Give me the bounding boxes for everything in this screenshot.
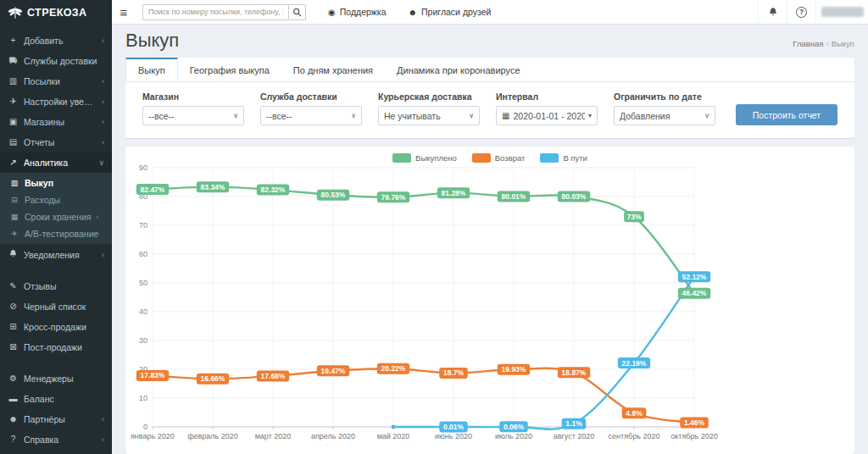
sidebar-item-balance[interactable]: ▬Баланс <box>0 389 112 409</box>
sidebar-item-label: Уведомления <box>24 250 97 260</box>
legend-swatch <box>540 153 559 163</box>
sidebar-item-managers[interactable]: ⚙Менеджеры <box>0 368 112 389</box>
x-axis-label: сентябрь 2020 <box>609 432 660 440</box>
chevron-down-icon: ∨ <box>98 158 104 167</box>
x-axis-label: октябрь 2020 <box>670 432 717 440</box>
user-menu[interactable] <box>815 0 868 24</box>
sidebar-item-label: Настройки уведомлений <box>24 97 97 107</box>
y-tick-label: 30 <box>139 336 147 345</box>
tab-buyout-geography[interactable]: География выкупа <box>178 58 281 81</box>
legend-item[interactable]: В пути <box>540 153 587 163</box>
bell-icon <box>768 7 778 17</box>
sidebar-item-storage-terms[interactable]: ▦Сроки хранения‹ <box>0 208 112 225</box>
hamburger-menu-icon[interactable]: ≡ <box>112 5 136 19</box>
notifications-bell-button[interactable] <box>758 0 787 24</box>
filter-limit-by-date-select[interactable]: Добавления∨ <box>614 106 715 125</box>
paper-plane-icon: ✈ <box>9 230 19 238</box>
sidebar-item-notification-settings[interactable]: ✈Настройки уведомлений‹ <box>0 91 112 112</box>
sidebar-item-expenses[interactable]: ⊟Расходы <box>0 191 112 208</box>
sidebar-item-label: Баланс <box>24 394 104 404</box>
filter-limit-by-date: Ограничить по датеДобавления∨ <box>614 91 715 125</box>
sidebar-item-label: Отзывы <box>24 281 104 291</box>
tab-storage-days[interactable]: По дням хранения <box>281 58 385 81</box>
sidebar-item-shops[interactable]: ▣Магазины‹ <box>0 112 112 132</box>
x-axis-label: февраль 2020 <box>187 432 238 440</box>
filter-courier-delivery-select[interactable]: Не учитывать∨ <box>378 106 480 125</box>
chevron-down-icon: ∨ <box>233 112 238 119</box>
help-button[interactable]: ? <box>787 0 815 24</box>
filter-interval-select[interactable]: ▦2020-01-01 - 2020-10-13▾ <box>496 106 598 125</box>
data-label-text: 19.93% <box>502 365 526 374</box>
support-link[interactable]: ◉ Поддержка <box>328 7 387 17</box>
data-label-text: 20.22% <box>381 364 406 373</box>
support-label: Поддержка <box>340 7 387 17</box>
sidebar-item-reports[interactable]: ▤Отчеты‹ <box>0 132 112 152</box>
filter-value: --все-- <box>266 111 348 121</box>
sidebar-item-label: Черный список <box>24 302 104 312</box>
sidebar-item-add[interactable]: +Добавить‹ <box>0 30 112 51</box>
legend-item[interactable]: Выкуплено <box>392 153 457 163</box>
page-content: Выкуп Главная›Выкуп ВыкупГеография выкуп… <box>112 25 868 454</box>
build-report-button[interactable]: Построить отчет <box>736 104 837 125</box>
data-label-text: 82.47% <box>141 185 165 194</box>
search-button[interactable] <box>288 4 306 20</box>
sidebar-item-delivery-services[interactable]: ⛟Службы доставки <box>0 51 112 71</box>
series-line-0 <box>153 187 694 294</box>
chevron-left-icon: ‹ <box>102 97 104 106</box>
data-label-text: 79.76% <box>381 193 406 202</box>
chart-card: ВыкупленоВозвратВ пути 01020304050607080… <box>125 147 854 454</box>
data-label-text: 22.19% <box>622 359 647 368</box>
bell-icon <box>8 249 19 260</box>
filter-shop-select[interactable]: --все--∨ <box>142 106 244 125</box>
data-label-text: 16.66% <box>201 374 225 383</box>
breadcrumb-current: Выкуп <box>832 39 854 48</box>
data-label-text: 17.83% <box>141 371 165 379</box>
report-settings-card: ВыкупГеография выкупаПо дням храненияДин… <box>125 58 854 138</box>
sidebar-item-cross-sales[interactable]: ⊞Кросс-продажи <box>0 317 112 337</box>
sidebar-item-parcels[interactable]: ▥Посылки‹ <box>0 71 112 91</box>
sidebar-item-blacklist[interactable]: ⊘Черный список <box>0 296 112 317</box>
data-label-text: 0.01% <box>443 423 465 431</box>
filter-delivery-service-select[interactable]: --все--∨ <box>260 106 362 125</box>
invite-friends-label: Пригласи друзей <box>421 7 491 17</box>
data-label-text: 80.01% <box>502 192 526 201</box>
data-label-text: 18.87% <box>562 368 587 377</box>
filter-delivery-service: Служба доставки--все--∨ <box>260 91 362 125</box>
sidebar-item-label: А/В-тестирование <box>25 229 98 239</box>
life-ring-icon: ◉ <box>328 8 336 17</box>
sidebar-item-label: Пост-продажи <box>24 342 104 352</box>
breadcrumb-home-link[interactable]: Главная <box>793 39 823 48</box>
filter-courier-delivery: Курьерская доставкаНе учитывать∨ <box>378 91 480 125</box>
logo[interactable]: СТРЕКОЗА <box>0 0 112 25</box>
invite-friends-link[interactable]: ☻ Пригласи друзей <box>409 7 492 17</box>
filter-label: Магазин <box>142 91 244 102</box>
tab-covid-dynamics[interactable]: Динамика при коронавирусе <box>385 58 531 81</box>
sidebar-item-post-sales[interactable]: ⊠Пост-продажи <box>0 337 112 357</box>
sidebar-item-ab-testing[interactable]: ✈А/В-тестирование <box>0 225 112 242</box>
sidebar-item-buyout[interactable]: ▥Выкуп <box>0 174 112 191</box>
sidebar-item-label: Добавить <box>24 36 97 46</box>
tab-buyout[interactable]: Выкуп <box>125 58 178 81</box>
sidebar-item-notifications[interactable]: Уведомления‹ <box>0 244 112 265</box>
cart-icon: ⊞ <box>8 323 19 331</box>
sidebar-item-reviews[interactable]: ✎Отзывы <box>0 276 112 296</box>
chevron-left-icon: ‹ <box>97 213 99 221</box>
chevron-left-icon: ‹ <box>102 36 104 45</box>
sidebar-nav: +Добавить‹⛟Службы доставки▥Посылки‹✈Наст… <box>0 25 112 450</box>
sidebar-item-label: Службы доставки <box>24 56 104 66</box>
sidebar-item-label: Справка <box>24 435 97 445</box>
data-label-text: 1.1% <box>565 419 582 428</box>
dragonfly-logo-icon <box>8 6 23 19</box>
legend-item[interactable]: Возврат <box>472 153 526 163</box>
sidebar-item-help[interactable]: ?Справка‹ <box>0 429 112 450</box>
barcode-icon: ▥ <box>8 77 19 86</box>
search-input[interactable] <box>142 4 288 20</box>
sidebar-item-label: Сроки хранения <box>25 212 92 222</box>
tabs-bar: ВыкупГеография выкупаПо дням храненияДин… <box>125 58 854 82</box>
y-tick-label: 50 <box>139 279 147 287</box>
sidebar-item-partners[interactable]: ☻Партнёры‹ <box>0 409 112 429</box>
data-label-text: 0.06% <box>504 423 525 431</box>
sidebar-item-label: Магазины <box>24 117 97 127</box>
legend-label: В пути <box>563 153 587 163</box>
sidebar-item-analytics[interactable]: ↗Аналитика∨ <box>0 152 112 173</box>
